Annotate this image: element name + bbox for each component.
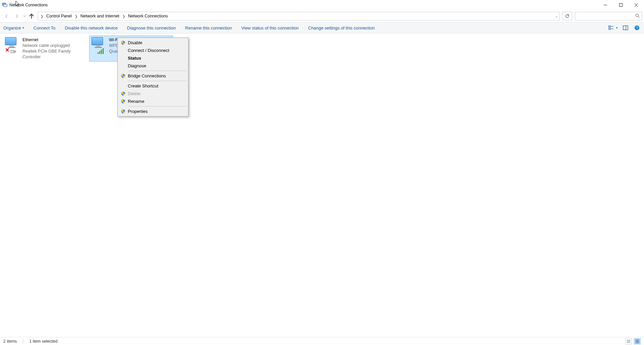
context-menu-label: Status xyxy=(128,56,141,61)
context-menu-label: Disable xyxy=(128,40,142,45)
wifi-signal-icon xyxy=(98,48,105,54)
diagnose-button[interactable]: Diagnose this connection xyxy=(127,25,176,30)
tiles-view-button[interactable] xyxy=(634,338,641,344)
breadcrumb-item[interactable]: Network and Internet xyxy=(79,14,120,18)
chevron-right-icon: ❯ xyxy=(74,14,78,18)
close-button[interactable] xyxy=(629,0,644,10)
chevron-down-icon: ▾ xyxy=(22,26,24,29)
uac-shield-icon xyxy=(120,91,126,96)
context-menu-label: Properties xyxy=(128,109,148,114)
preview-pane-button[interactable] xyxy=(622,24,629,31)
rename-button[interactable]: Rename this connection xyxy=(185,25,232,30)
context-menu-item[interactable]: Connect / Disconnect xyxy=(118,47,187,54)
search-icon xyxy=(635,13,640,19)
uac-shield-icon xyxy=(120,73,126,79)
context-menu-item: Delete xyxy=(118,90,187,97)
details-view-button[interactable] xyxy=(625,338,632,344)
window-title: Network Connections xyxy=(9,3,48,7)
monitor-icon xyxy=(5,37,18,48)
command-bar: Organize▾ Connect To Disable this networ… xyxy=(0,22,644,33)
chevron-down-icon[interactable]: ▾ xyxy=(616,26,618,29)
address-dropdown[interactable]: ⌄ xyxy=(555,14,558,18)
status-selection: 1 item selected xyxy=(29,339,57,344)
status-bar: 2 items 1 item selected xyxy=(0,337,644,345)
maximize-button[interactable] xyxy=(613,0,629,10)
recent-locations-dropdown[interactable] xyxy=(22,15,27,17)
context-menu-label: Bridge Connections xyxy=(128,73,166,78)
address-bar[interactable]: ❯ Control Panel ❯ Network and Internet ❯… xyxy=(38,12,559,20)
cable-plug-icon xyxy=(10,49,17,54)
network-adapter-item[interactable]: ✕EthernetNetwork cable unpluggedRealtek … xyxy=(3,36,87,62)
context-menu-item[interactable]: Properties xyxy=(118,108,187,115)
context-menu-item[interactable]: Rename xyxy=(118,97,187,105)
organize-menu[interactable]: Organize▾ xyxy=(3,25,24,30)
refresh-button[interactable] xyxy=(562,12,572,20)
svg-rect-16 xyxy=(11,50,14,53)
error-x-icon: ✕ xyxy=(5,47,9,53)
uac-shield-icon xyxy=(120,40,126,46)
menu-separator xyxy=(128,106,187,107)
svg-rect-8 xyxy=(609,26,610,27)
svg-point-6 xyxy=(636,14,639,17)
svg-rect-3 xyxy=(620,4,623,7)
search-box[interactable] xyxy=(575,12,642,20)
svg-rect-1 xyxy=(4,4,7,7)
context-menu-item[interactable]: Status xyxy=(118,54,187,62)
context-menu-label: Delete xyxy=(128,91,141,96)
forward-button[interactable] xyxy=(12,11,21,21)
disable-device-button[interactable]: Disable this network device xyxy=(65,25,118,30)
change-settings-button[interactable]: Change settings of this connection xyxy=(308,25,375,30)
chevron-right-icon: ❯ xyxy=(40,14,44,18)
svg-text:?: ? xyxy=(636,26,638,30)
context-menu-item[interactable]: Disable xyxy=(118,39,187,47)
view-mode-button[interactable] xyxy=(607,24,615,31)
breadcrumb-item[interactable]: Network Connections xyxy=(127,14,169,18)
svg-rect-23 xyxy=(636,341,637,343)
adapter-status: Network cable unplugged xyxy=(22,43,85,49)
svg-rect-17 xyxy=(14,51,16,52)
uac-shield-icon xyxy=(120,109,126,114)
content-area[interactable]: ✕EthernetNetwork cable unpluggedRealtek … xyxy=(0,33,644,337)
menu-separator xyxy=(128,71,187,71)
svg-rect-9 xyxy=(609,28,610,29)
monitor-icon xyxy=(92,37,105,48)
search-input[interactable] xyxy=(577,14,635,18)
breadcrumb-item[interactable]: Control Panel xyxy=(45,14,73,18)
view-status-button[interactable]: View status of this connection xyxy=(241,25,299,30)
menu-separator xyxy=(128,81,187,81)
svg-rect-12 xyxy=(623,26,628,30)
svg-rect-22 xyxy=(638,339,639,341)
adapter-device: Realtek PCIe GBE Family Controller xyxy=(22,49,85,60)
context-menu-item[interactable]: Create Shortcut xyxy=(118,82,187,90)
adapter-icon xyxy=(91,37,108,53)
context-menu-label: Rename xyxy=(128,99,144,104)
context-menu-label: Create Shortcut xyxy=(128,83,158,88)
context-menu-item[interactable]: Bridge Connections xyxy=(118,72,187,80)
minimize-button[interactable] xyxy=(598,0,613,10)
context-menu-label: Diagnose xyxy=(128,63,146,68)
back-button[interactable] xyxy=(2,11,11,21)
separator xyxy=(23,339,23,344)
svg-rect-24 xyxy=(638,341,639,343)
app-icon xyxy=(2,2,7,8)
svg-rect-21 xyxy=(636,339,637,341)
svg-line-7 xyxy=(638,16,639,17)
titlebar: Network Connections xyxy=(0,0,644,10)
adapter-name: Ethernet xyxy=(22,37,85,43)
connect-to-button[interactable]: Connect To xyxy=(34,25,56,30)
organize-label: Organize xyxy=(3,25,21,30)
adapter-icon: ✕ xyxy=(4,37,21,53)
status-item-count: 2 items xyxy=(3,339,17,344)
context-menu-item[interactable]: Diagnose xyxy=(118,62,187,70)
uac-shield-icon xyxy=(120,99,126,104)
up-button[interactable] xyxy=(28,11,36,21)
help-button[interactable]: ? xyxy=(633,24,641,31)
context-menu-label: Connect / Disconnect xyxy=(128,48,169,53)
context-menu: DisableConnect / DisconnectStatusDiagnos… xyxy=(117,38,189,117)
chevron-right-icon: ❯ xyxy=(122,14,126,18)
navbar: ❯ Control Panel ❯ Network and Internet ❯… xyxy=(0,10,644,22)
